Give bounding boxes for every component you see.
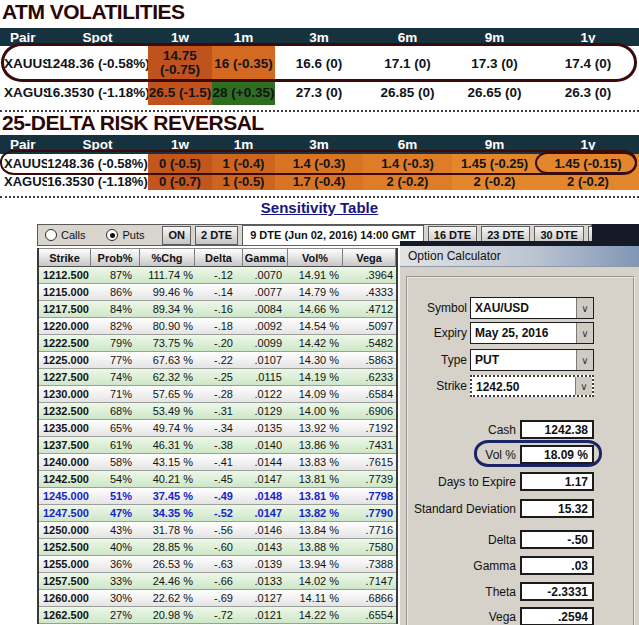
value-cell: 89.34 % bbox=[140, 301, 195, 317]
value-cell: 22.62 % bbox=[140, 590, 195, 606]
table-row[interactable]: 1235.00065%49.74 %-.34.013513.92 %.7192 bbox=[39, 420, 396, 437]
value-cell: 40.21 % bbox=[140, 471, 195, 487]
value-cell: .7388 bbox=[343, 556, 396, 572]
value-cell: .0148 bbox=[243, 488, 288, 504]
output-cash[interactable]: 1242.38 bbox=[520, 420, 594, 439]
tenor-cell: 26.65 (0) bbox=[452, 80, 537, 105]
column-header-Gamma[interactable]: Gamma bbox=[243, 248, 288, 267]
column-header-pctChg[interactable]: %Chg bbox=[140, 248, 195, 267]
column-header-Vega[interactable]: Vega bbox=[343, 248, 396, 267]
dte-button-2-dte[interactable]: 2 DTE bbox=[195, 226, 238, 245]
value-cell: 62.32 % bbox=[140, 369, 195, 385]
table-row[interactable]: 1262.50027%20.98 %-.72.012114.22 %.6554 bbox=[39, 607, 396, 624]
pair-cell-XAGUSD[interactable]: XAGUSD bbox=[0, 80, 47, 105]
output-vega[interactable]: .2594 bbox=[520, 607, 594, 625]
combo-type[interactable]: PUT∨ bbox=[470, 349, 594, 371]
field-row-type: TypePUT∨ bbox=[408, 349, 594, 371]
output-days-to-expire[interactable]: 1.17 bbox=[520, 472, 594, 491]
page: ATM VOLATILITIES PairSpot1w1m3m6m9m1yXAU… bbox=[0, 0, 639, 625]
table-row[interactable]: 1255.00036%26.53 %-.63.013913.94 %.7388 bbox=[39, 556, 396, 573]
dropdown-arrow-icon[interactable]: ∨ bbox=[576, 298, 593, 318]
tenor-cell: 27.3 (0) bbox=[275, 80, 363, 105]
option-calculator-titlebar[interactable]: Option Calculator bbox=[400, 246, 639, 267]
radio-calls[interactable]: Calls bbox=[45, 229, 85, 241]
value-cell: 71% bbox=[91, 386, 140, 402]
value-cell: 43% bbox=[91, 522, 140, 538]
field-row-gamma: Gamma.03 bbox=[400, 556, 596, 575]
value-cell: 26.53 % bbox=[140, 556, 195, 572]
value-cell: 36% bbox=[91, 556, 140, 572]
column-header-3m: 3m bbox=[275, 28, 363, 46]
combo-strike[interactable]: 1242.50∨ bbox=[470, 375, 594, 397]
radio-puts[interactable]: Puts bbox=[106, 229, 144, 241]
value-cell: -.52 bbox=[195, 505, 243, 521]
combo-value: May 25, 2016 bbox=[471, 323, 576, 343]
strike-cell: 1220.000 bbox=[39, 318, 91, 334]
strike-cell: 1217.500 bbox=[39, 301, 91, 317]
strike-cell: 1227.500 bbox=[39, 369, 91, 385]
combo-expiry[interactable]: May 25, 2016∨ bbox=[470, 322, 594, 344]
dropdown-arrow-icon[interactable]: ∨ bbox=[575, 377, 592, 395]
table-row[interactable]: 1257.50033%24.46 %-.66.013314.02 %.7147 bbox=[39, 573, 396, 590]
pair-cell-XAGUSD[interactable]: XAGUSD bbox=[0, 172, 47, 190]
table-row[interactable]: 1252.50040%28.85 %-.60.014313.88 %.7580 bbox=[39, 539, 396, 556]
dropdown-arrow-icon[interactable]: ∨ bbox=[576, 323, 593, 343]
table-row[interactable]: 1260.00030%22.62 %-.69.012714.11 %.6866 bbox=[39, 590, 396, 607]
value-cell: 14.79 % bbox=[288, 284, 343, 300]
output-vol-[interactable]: 18.09 % bbox=[520, 445, 594, 464]
dropdown-arrow-icon[interactable]: ∨ bbox=[576, 350, 593, 370]
value-cell: -.38 bbox=[195, 437, 243, 453]
table-row[interactable]: 1217.50084%89.34 %-.16.008414.66 %.4712 bbox=[39, 301, 396, 318]
column-header-Volpct[interactable]: Vol% bbox=[288, 248, 343, 267]
value-cell: 47% bbox=[91, 505, 140, 521]
sensitivity-table: StrikeProb%%ChgDeltaGammaVol%Vega1212.50… bbox=[37, 248, 398, 624]
table-row[interactable]: 1222.50079%73.75 %-.20.009914.42 %.5482 bbox=[39, 335, 396, 352]
value-cell: 14.54 % bbox=[288, 318, 343, 334]
column-header-1w: 1w bbox=[148, 28, 212, 46]
value-cell: 14.19 % bbox=[288, 369, 343, 385]
field-label: Symbol bbox=[408, 301, 467, 315]
table-row[interactable]: 1212.50087%111.74 %-.12.007014.91 %.3964 bbox=[39, 267, 396, 284]
value-cell: -.14 bbox=[195, 284, 243, 300]
value-cell: 99.46 % bbox=[140, 284, 195, 300]
value-cell: -.56 bbox=[195, 522, 243, 538]
table-row[interactable]: 1227.50074%62.32 %-.25.011514.19 %.6233 bbox=[39, 369, 396, 386]
table-row[interactable]: 1247.50047%34.35 %-.52.014713.82 %.7790 bbox=[39, 505, 396, 522]
table-row[interactable]: 1242.50054%40.21 %-.45.014713.81 %.7739 bbox=[39, 471, 396, 488]
column-header-Probpct[interactable]: Prob% bbox=[91, 248, 140, 267]
table-row[interactable]: 1245.00051%37.45 %-.49.014813.81 %.7798 bbox=[39, 488, 396, 505]
dte-button-on[interactable]: ON bbox=[162, 226, 191, 245]
value-cell: 20.98 % bbox=[140, 607, 195, 623]
pair-cell-XAUUSD[interactable]: XAUUSD bbox=[0, 154, 47, 172]
selected-dte-display[interactable]: 9 DTE (Jun 02, 2016) 14:00 GMT bbox=[242, 225, 424, 246]
field-row-delta: Delta-.50 bbox=[400, 530, 596, 549]
radio-calls-icon bbox=[45, 229, 57, 241]
value-cell: .5863 bbox=[343, 352, 396, 368]
column-header-Delta[interactable]: Delta bbox=[195, 248, 243, 267]
table-row[interactable]: 1220.00082%80.90 %-.18.009214.54 %.5097 bbox=[39, 318, 396, 335]
value-cell: 77% bbox=[91, 352, 140, 368]
output-theta[interactable]: -2.3331 bbox=[520, 582, 594, 601]
table-row[interactable]: 1237.50061%46.31 %-.38.014013.86 %.7431 bbox=[39, 437, 396, 454]
value-cell: 13.81 % bbox=[288, 488, 343, 504]
atm-volatilities-table: PairSpot1w1m3m6m9m1yXAUUSD1248.36 (-0.58… bbox=[0, 28, 639, 105]
output-standard-deviation[interactable]: 15.32 bbox=[520, 499, 594, 518]
output-gamma[interactable]: .03 bbox=[520, 556, 594, 575]
table-row[interactable]: 1225.00077%67.63 %-.22.010714.30 %.5863 bbox=[39, 352, 396, 369]
table-row[interactable]: 1232.50068%53.49 %-.31.012914.00 %.6906 bbox=[39, 403, 396, 420]
strike-cell: 1245.000 bbox=[39, 488, 91, 504]
value-cell: 13.84 % bbox=[288, 522, 343, 538]
table-row[interactable]: 1215.00086%99.46 %-.14.007714.79 %.4333 bbox=[39, 284, 396, 301]
value-cell: .5097 bbox=[343, 318, 396, 334]
combo-symbol[interactable]: XAU/USD∨ bbox=[470, 297, 594, 319]
table-row[interactable]: 1250.00043%31.78 %-.56.014613.84 %.7716 bbox=[39, 522, 396, 539]
value-cell: -.63 bbox=[195, 556, 243, 572]
column-header-Strike[interactable]: Strike bbox=[39, 248, 91, 267]
tenor-cell: 2 (-0.2) bbox=[537, 172, 639, 190]
combo-value: XAU/USD bbox=[471, 298, 576, 318]
strike-cell: 1230.000 bbox=[39, 386, 91, 402]
pair-cell-XAUUSD[interactable]: XAUUSD bbox=[0, 46, 47, 80]
table-row[interactable]: 1240.00058%43.15 %-.41.014413.83 %.7615 bbox=[39, 454, 396, 471]
output-delta[interactable]: -.50 bbox=[520, 530, 594, 549]
table-row[interactable]: 1230.00071%57.65 %-.28.012214.09 %.6584 bbox=[39, 386, 396, 403]
